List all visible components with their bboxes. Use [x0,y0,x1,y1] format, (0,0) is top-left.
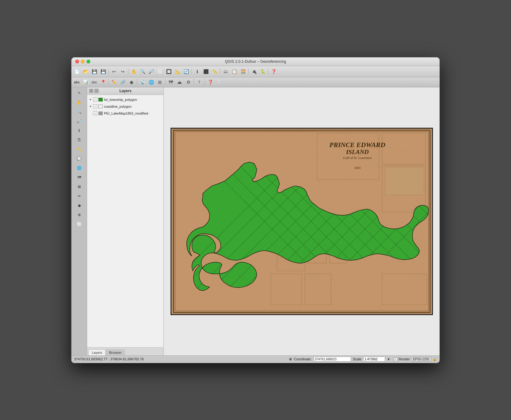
tab-browser[interactable]: Browser [106,349,125,355]
sep5 [248,68,249,75]
layer-visibility-checkbox[interactable] [93,111,97,115]
tool-edit[interactable]: ✏ [74,192,84,200]
lock-icon: 🔒 [433,357,437,361]
list-item[interactable]: ▼ lot_township_polygon [87,96,163,103]
field-calc-btn[interactable]: 🧮 [239,67,247,76]
help-btn[interactable]: ❓ [270,67,278,76]
tool-vertex[interactable]: ◉ [74,201,84,210]
add-label-btn[interactable]: abc [90,78,98,86]
coordinate-input[interactable] [314,357,351,362]
layer-type-icon [98,111,103,116]
snapping-btn[interactable]: 🔗 [119,78,127,86]
measure-btn[interactable]: 📏 [211,67,219,76]
context-help-btn[interactable]: ❔ [215,78,223,86]
layer-name: coastline_polygon [104,105,131,108]
svg-text:1863: 1863 [354,166,360,169]
refresh-btn[interactable]: 🔄 [182,67,190,76]
svg-text:Gulf of St. Lawrence: Gulf of St. Lawrence [343,156,372,160]
python-btn[interactable]: 🐍 [259,67,267,76]
node-btn[interactable]: ◉ [127,78,136,86]
layer-visibility-checkbox[interactable] [93,104,97,108]
layer-name: PEI_LakeMap1863_modified [104,111,148,115]
scale-input[interactable] [363,357,385,362]
tool-measure[interactable]: 📏 [74,145,84,154]
tool-arrow[interactable]: ↖ [74,89,84,97]
whats-new-btn[interactable]: ❔ [278,67,286,76]
coordinates-display: 374750.61,683062.77 : 378634.81,686702.7… [74,357,144,361]
tool-snap[interactable]: ⊕ [74,210,84,219]
tool-identify[interactable]: ℹ [74,126,84,135]
tool-eraser[interactable]: ⬜ [74,220,84,229]
zoom-layer-btn[interactable]: 📐 [173,67,181,76]
undo-btn[interactable]: ↩ [110,67,118,76]
gps-btn[interactable]: 📡 [138,78,146,86]
list-item[interactable]: PEI_LakeMap1863_modified [87,110,163,117]
map-svg: PRINCE EDWARD ISLAND Gulf of St. Lawrenc… [171,129,432,314]
label-btn[interactable]: abc [73,78,81,86]
main-window: QGIS 2.0.1-Dufour – Georeferencing 📄 📂 💾… [71,57,440,363]
process-btn[interactable]: ⚙ [184,78,192,86]
georef-btn[interactable]: 🗺 [167,78,175,86]
wms-btn[interactable]: 🌐 [147,78,155,86]
tool-select2[interactable]: ⊠ [74,182,84,191]
sep2 [128,68,128,75]
tile-btn[interactable]: ⊞ [156,78,164,86]
zoom-selection-btn[interactable]: 🔲 [165,67,173,76]
open-btn[interactable]: 📂 [82,67,90,76]
help2-btn[interactable]: ❓ [206,78,214,86]
panel-close-btn[interactable]: × [89,89,93,93]
zoom-full-btn[interactable]: ⬜ [156,67,164,76]
tool-layer[interactable]: 🗺 [74,173,84,182]
close-button[interactable] [75,60,79,63]
zoom-in-btn[interactable]: 🔍 [138,67,146,76]
pan-btn[interactable]: ✋ [130,67,138,76]
expand-icon[interactable]: ▼ [89,98,92,101]
panel-float-btn[interactable]: ○ [94,89,99,93]
tab-layers[interactable]: Layers [88,349,106,355]
layer-visibility-checkbox[interactable] [93,97,97,101]
new-project-btn[interactable]: 📄 [73,67,81,76]
text-btn[interactable]: T [195,78,203,86]
zoom-out-btn[interactable]: 🔎 [147,67,155,76]
tool-select[interactable]: ☰ [74,136,84,144]
tool-globe[interactable]: 🌐 [74,164,84,172]
coord-icon: ⊕ [289,357,292,361]
expand-icon[interactable]: ▼ [89,105,92,108]
redo-btn[interactable]: ↪ [119,67,127,76]
diagram-btn[interactable]: 📊 [82,78,90,86]
coord-label: Coordinate: [294,357,312,361]
pin-btn[interactable]: 📍 [99,78,107,86]
layer-btn[interactable]: 🗂 [221,67,230,76]
select-btn[interactable]: ⬛ [202,67,210,76]
save-btn[interactable]: 💾 [90,67,98,76]
main-toolbar: 📄 📂 💾 💾 ↩ ↪ ✋ 🔍 🔎 ⬜ 🔲 📐 🔄 ℹ ⬛ 📏 🗂 📋 🧮 🔌 … [72,66,439,77]
sep3 [191,68,192,75]
render-label: Render [399,357,410,361]
save-as-btn[interactable]: 💾 [99,67,107,76]
list-item[interactable]: ▼ coastline_polygon [87,103,163,110]
minimize-button[interactable] [81,60,85,63]
status-middle: ⊕ Coordinate: Scale ▼ [289,357,390,362]
sep9 [165,79,166,85]
tool-zoom-in[interactable]: 🔍 [74,107,84,116]
fullscreen-button[interactable] [87,60,90,63]
tool-pan[interactable]: ✋ [74,98,84,107]
second-toolbar: abc 📊 abc 📍 ✏️ 🔗 ◉ 📡 🌐 ⊞ 🗺 ⛰ ⚙ T ❓ ❔ [72,77,439,87]
tool-zoom-out[interactable]: 🔎 [74,117,84,126]
layers-tabs: Layers Browser [87,347,163,355]
layers-panel-header: × ○ Layers [87,87,163,95]
epsg-button[interactable]: EPSG:2291 [411,357,431,362]
identify-btn[interactable]: ℹ [193,67,201,76]
map-area[interactable]: PRINCE EDWARD ISLAND Gulf of St. Lawrenc… [164,87,439,355]
svg-text:PRINCE EDWARD: PRINCE EDWARD [329,141,385,149]
sep10 [194,79,194,85]
terrain-btn[interactable]: ⛰ [176,78,184,86]
svg-rect-18 [385,167,424,195]
attribute-btn[interactable]: 📋 [230,67,238,76]
scale-dropdown-icon[interactable]: ▼ [387,358,390,361]
digitize-btn[interactable]: ✏️ [110,78,118,86]
plugin-btn[interactable]: 🔌 [250,67,258,76]
sep8 [137,79,137,85]
tool-annotation[interactable]: 💬 [74,154,84,163]
render-checkbox[interactable] [394,358,397,361]
